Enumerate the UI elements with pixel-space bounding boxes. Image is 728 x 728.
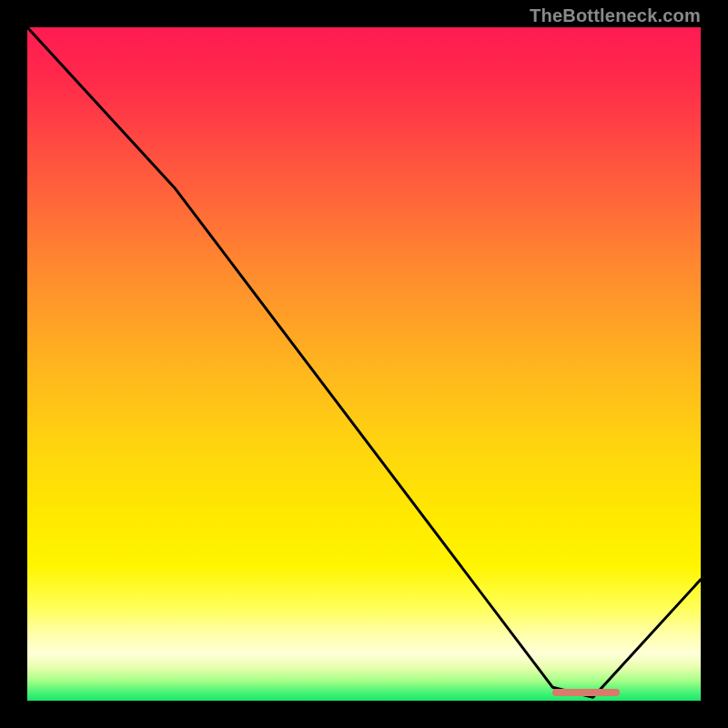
optimum-marker [552, 689, 620, 696]
attribution-text: TheBottleneck.com [530, 5, 701, 26]
chart-frame: TheBottleneck.com [0, 0, 728, 728]
curve-path [27, 27, 701, 697]
line-curve [27, 27, 701, 701]
plot-area [27, 27, 701, 701]
